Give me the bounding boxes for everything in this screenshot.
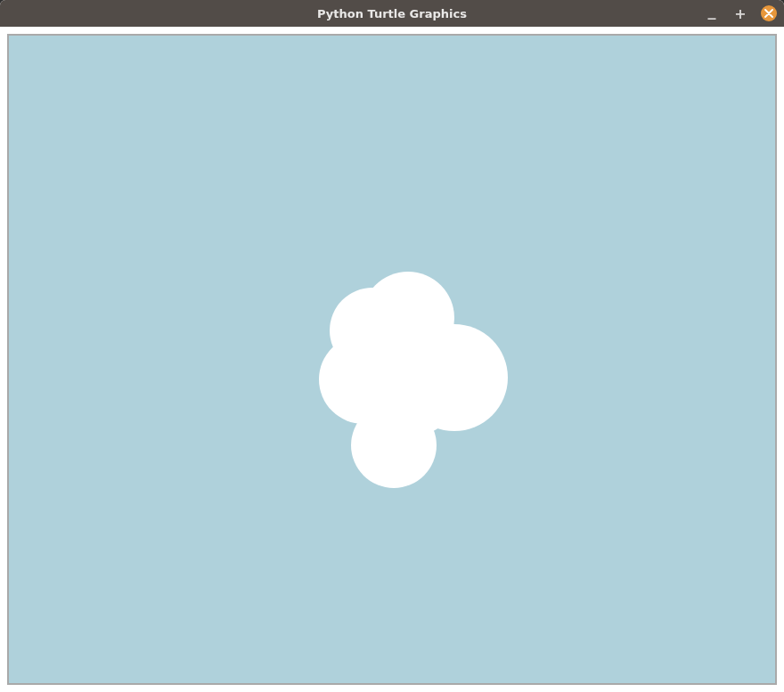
minimize-icon[interactable]: _ (704, 5, 720, 21)
window-controls: _ + (704, 0, 777, 27)
cloud-shape (9, 36, 775, 683)
close-icon[interactable] (761, 5, 777, 21)
window-title: Python Turtle Graphics (0, 7, 784, 20)
app-window: Python Turtle Graphics _ + (0, 0, 784, 692)
cloud-lobe (356, 330, 463, 436)
titlebar[interactable]: Python Turtle Graphics _ + (0, 0, 784, 27)
turtle-canvas-frame (7, 34, 777, 685)
maximize-icon[interactable]: + (732, 5, 748, 21)
content-area (0, 27, 784, 692)
